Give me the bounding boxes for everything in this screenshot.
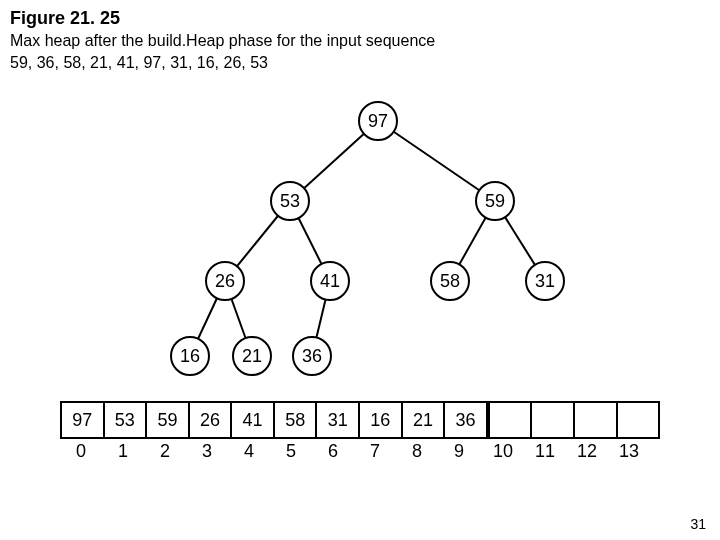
array-cell: 53 <box>105 403 148 437</box>
array-representation: 97535926415831162136 012345678910111213 <box>60 401 660 462</box>
array-cell: 16 <box>360 403 403 437</box>
array-cell: 31 <box>317 403 360 437</box>
figure-caption-line-2: 59, 36, 58, 21, 41, 97, 31, 16, 26, 53 <box>0 51 720 73</box>
array-index: 8 <box>396 439 438 462</box>
array-index: 13 <box>608 439 650 462</box>
array-index: 0 <box>60 439 102 462</box>
array-cell <box>618 403 661 437</box>
array-index: 2 <box>144 439 186 462</box>
tree-node: 53 <box>270 181 310 221</box>
array-index: 3 <box>186 439 228 462</box>
tree-node-root: 97 <box>358 101 398 141</box>
array-cell <box>575 403 618 437</box>
tree-node: 26 <box>205 261 245 301</box>
array-index: 6 <box>312 439 354 462</box>
array-cell: 21 <box>403 403 446 437</box>
array-cell <box>490 403 533 437</box>
array-cell: 58 <box>275 403 318 437</box>
array-cells: 97535926415831162136 <box>60 401 660 439</box>
array-index: 4 <box>228 439 270 462</box>
array-index: 10 <box>482 439 524 462</box>
page-number: 31 <box>690 516 706 532</box>
tree-node: 58 <box>430 261 470 301</box>
figure-caption-line-1: Max heap after the build.Heap phase for … <box>0 29 720 51</box>
array-cell: 36 <box>445 403 490 437</box>
array-cell: 26 <box>190 403 233 437</box>
tree-node: 36 <box>292 336 332 376</box>
tree-node: 41 <box>310 261 350 301</box>
tree-node: 59 <box>475 181 515 221</box>
array-cell <box>532 403 575 437</box>
tree-node: 16 <box>170 336 210 376</box>
array-index: 1 <box>102 439 144 462</box>
heap-tree-diagram: 97 53 59 26 41 58 31 16 21 36 <box>0 81 720 381</box>
tree-node: 21 <box>232 336 272 376</box>
array-cell: 41 <box>232 403 275 437</box>
array-index: 11 <box>524 439 566 462</box>
array-index: 12 <box>566 439 608 462</box>
array-indices: 012345678910111213 <box>60 439 660 462</box>
array-cell: 97 <box>62 403 105 437</box>
tree-node: 31 <box>525 261 565 301</box>
figure-label: Figure 21. 25 <box>0 0 720 29</box>
array-index: 9 <box>438 439 480 462</box>
array-cell: 59 <box>147 403 190 437</box>
array-index: 5 <box>270 439 312 462</box>
array-index: 7 <box>354 439 396 462</box>
